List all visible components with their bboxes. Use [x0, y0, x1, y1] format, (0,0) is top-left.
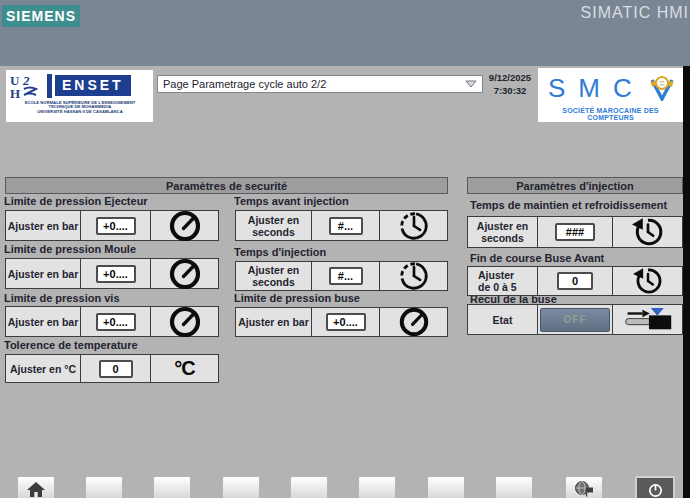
row-temps-maintien: Ajuster en seconds ###: [467, 216, 683, 248]
icon-cell: [151, 259, 218, 288]
label-temps-maintien: Temps de maintien et refroidissement: [470, 199, 667, 211]
celsius-icon: °C: [174, 357, 194, 380]
row-temps-injection: Ajuster en seconds #...: [235, 261, 448, 291]
clock-icon: [398, 260, 430, 292]
toggle-cell: OFF: [538, 305, 613, 334]
page-selector-value: Page Parametrage cycle auto 2/2: [163, 78, 465, 90]
row-pression-buse: Ajuster en bar +0....: [235, 307, 448, 337]
enset-caption-line3: UNIVERSITÉ HASSAN II DE CASABLANCA: [9, 109, 151, 114]
gauge-icon: [168, 257, 202, 291]
fkey-8[interactable]: [495, 476, 533, 498]
smc-letters: SMC: [548, 73, 645, 103]
temps-avant-injection-input[interactable]: #...: [329, 217, 363, 235]
smc-logo: SMC SOCIÉTÉ MAROCAINE DES COMPTEURS: [538, 68, 683, 122]
enset-caption: ECOLE NORMALE SUPÉRIEURE DE L'ENSEIGNEME…: [9, 100, 151, 114]
date-display: 9/12/2025: [486, 71, 534, 84]
dropdown-arrow-icon: [465, 80, 477, 88]
meter-icon: [649, 75, 675, 101]
injection-panel-header: Paramètres d'injection: [467, 177, 683, 194]
recul-buse-toggle-button[interactable]: OFF: [540, 308, 610, 332]
label-limite-pression-ejecteur: Limite de pression Ejecteur: [4, 195, 148, 207]
action-label: Ajuster en seconds: [468, 217, 538, 247]
fkey-2[interactable]: [85, 476, 123, 498]
history-clock-icon: [630, 216, 666, 248]
simatic-hmi-label: SIMATIC HMI: [581, 4, 689, 22]
pression-vis-input[interactable]: +0....: [96, 313, 136, 331]
page-selector-dropdown[interactable]: Page Parametrage cycle auto 2/2: [157, 75, 483, 93]
action-label: Ajuster en bar: [6, 211, 81, 240]
input-cell: +0....: [81, 307, 151, 336]
action-label: Ajuster en bar: [6, 259, 81, 288]
security-panel-header: Paramètres de securité: [5, 177, 448, 194]
fkey-language[interactable]: [565, 476, 603, 498]
icon-cell: [380, 211, 447, 240]
row-temps-avant-injection: Ajuster en seconds #...: [235, 210, 448, 241]
pression-buse-input[interactable]: +0....: [326, 313, 366, 331]
fkey-power[interactable]: [635, 476, 675, 498]
action-label: Ajuster en bar: [236, 308, 312, 336]
action-label: Ajuster en °C: [6, 355, 81, 382]
input-cell: 0: [538, 267, 613, 295]
row-pression-ejecteur: Ajuster en bar +0....: [5, 210, 219, 241]
row-pression-vis: Ajuster en bar +0....: [5, 306, 219, 337]
title-bar: SIEMENS SIMATIC HMI: [0, 0, 690, 66]
fkey-6[interactable]: [358, 476, 396, 498]
siemens-logo: SIEMENS: [2, 5, 80, 27]
action-label: Ajuster en bar: [6, 307, 81, 336]
fkey-4[interactable]: [222, 476, 260, 498]
svg-text:H: H: [10, 86, 20, 99]
pression-moule-input[interactable]: +0....: [96, 265, 136, 283]
icon-cell: [380, 262, 447, 290]
input-cell: +0....: [312, 308, 380, 336]
nozzle-retract-icon: [622, 307, 674, 333]
fkey-7[interactable]: [427, 476, 465, 498]
globe-flag-icon: [574, 480, 594, 498]
fin-course-buse-input[interactable]: 0: [557, 272, 593, 290]
smc-logo-row: SMC: [538, 68, 683, 104]
datetime-display: 9/12/2025 7:30:32: [486, 71, 534, 97]
input-cell: +0....: [81, 259, 151, 288]
home-icon: [26, 481, 46, 498]
icon-cell: [613, 305, 682, 334]
smc-caption: SOCIÉTÉ MAROCAINE DES COMPTEURS: [538, 107, 683, 121]
input-cell: ###: [538, 217, 613, 247]
temps-maintien-input[interactable]: ###: [555, 223, 595, 241]
pression-ejecteur-input[interactable]: +0....: [96, 217, 136, 235]
action-label: Etat: [468, 305, 538, 334]
fkey-home[interactable]: [17, 476, 55, 498]
label-limite-pression-buse: Limite de pression buse: [234, 292, 360, 304]
action-label: Ajuster en seconds: [236, 262, 312, 290]
tolerence-temperature-input[interactable]: 0: [99, 360, 133, 378]
uh2-mark-icon: U 2 H: [9, 73, 45, 99]
enset-acronym: ENSET: [55, 75, 131, 96]
gauge-icon: [398, 306, 430, 338]
fkey-3[interactable]: [153, 476, 191, 498]
hmi-screen: SIEMENS SIMATIC HMI U 2 H ENSET ECOLE NO…: [0, 0, 690, 498]
label-limite-pression-vis: Limite de pression vis: [4, 292, 120, 304]
svg-text:2: 2: [22, 73, 30, 88]
input-cell: #...: [312, 211, 380, 240]
gauge-icon: [168, 209, 202, 243]
enset-logo-top: U 2 H ENSET: [9, 72, 151, 99]
row-fin-course-buse: Ajuster de 0 à 5 0: [467, 266, 683, 296]
enset-logo: U 2 H ENSET ECOLE NORMALE SUPÉRIEURE DE …: [6, 70, 153, 122]
label-fin-course-buse: Fin de course Buse Avant: [470, 252, 604, 264]
time-display: 7:30:32: [486, 84, 534, 97]
action-label: Ajuster de 0 à 5: [468, 267, 538, 295]
label-limite-pression-moule: Limite de pression Moule: [4, 243, 136, 255]
icon-cell: [613, 217, 682, 247]
temps-injection-input[interactable]: #...: [329, 267, 363, 285]
row-recul-buse: Etat OFF: [467, 304, 683, 335]
enset-separator: [47, 74, 52, 98]
row-pression-moule: Ajuster en bar +0....: [5, 258, 219, 289]
fkey-5[interactable]: [290, 476, 328, 498]
gauge-icon: [168, 305, 202, 339]
power-icon: [647, 482, 664, 498]
label-tolerence-temperature: Tolerence de temperature: [4, 339, 138, 351]
input-cell: 0: [81, 355, 151, 382]
label-temps-injection: Temps d'injection: [234, 246, 326, 258]
icon-cell: [151, 211, 218, 240]
clock-icon: [398, 210, 430, 242]
icon-cell: [613, 267, 682, 295]
history-clock-icon: [631, 266, 665, 296]
